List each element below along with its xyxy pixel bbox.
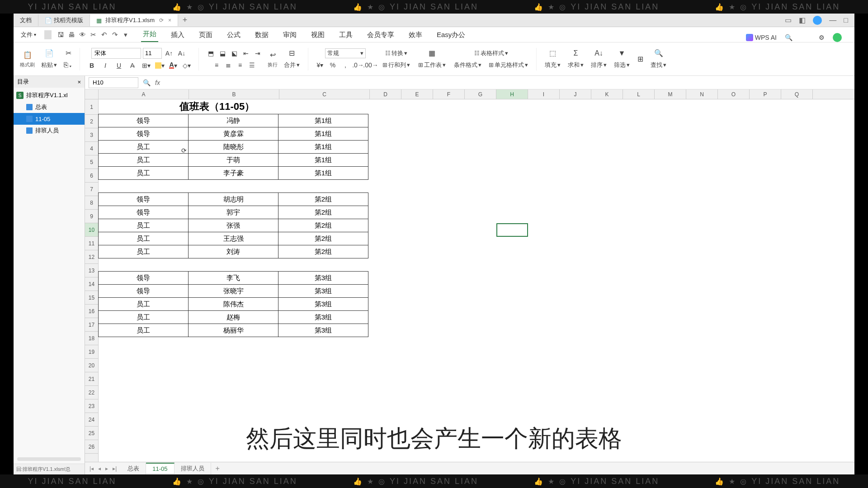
redo-icon[interactable]: ↷ <box>110 30 119 39</box>
cell[interactable]: 李飞 <box>188 271 278 285</box>
cell[interactable]: 员工 <box>98 324 189 337</box>
cond-format-dropdown[interactable]: 条件格式▾ <box>452 60 483 70</box>
cell[interactable]: 郭宇 <box>188 206 278 219</box>
col-header-A[interactable]: A <box>99 89 189 99</box>
tab-workbook[interactable]: ▦ 排班程序V1.1.xlsm ⟳ × <box>90 14 178 26</box>
row-header[interactable]: 20 <box>85 359 98 372</box>
percent-icon[interactable]: % <box>327 60 338 70</box>
tab-easy[interactable]: Easy办公 <box>435 28 467 42</box>
tab-efficiency[interactable]: 效率 <box>407 28 424 42</box>
row-header[interactable]: 3 <box>85 128 98 142</box>
cell[interactable]: 冯静 <box>188 114 278 127</box>
currency-icon[interactable]: ¥▾ <box>315 60 326 70</box>
wrap-icon[interactable]: ↩ <box>268 50 278 60</box>
col-header-P[interactable]: P <box>750 89 781 99</box>
table-style-dropdown[interactable]: ☷ 表格样式▾ <box>472 48 510 58</box>
cell[interactable] <box>278 179 368 193</box>
cell[interactable] <box>98 179 189 193</box>
cell[interactable]: 赵梅 <box>188 310 278 324</box>
col-header-B[interactable]: B <box>189 89 279 99</box>
font-color-button[interactable]: A▾ <box>168 61 179 70</box>
cell[interactable]: 李子豪 <box>188 166 278 180</box>
cell[interactable]: 领导 <box>98 114 189 127</box>
cell-format-dropdown[interactable]: ⊞ 单元格样式▾ <box>487 60 530 70</box>
col-header-H[interactable]: H <box>496 89 528 99</box>
cell[interactable]: 陈伟杰 <box>188 297 278 311</box>
cell[interactable]: 第3组 <box>278 271 368 285</box>
row-header[interactable]: 12 <box>85 250 98 264</box>
col-header-O[interactable]: O <box>718 89 750 99</box>
tree-sheet-1105[interactable]: 11-05 <box>14 113 85 125</box>
align-top-icon[interactable]: ⬒ <box>205 48 216 58</box>
cell[interactable]: 领导 <box>98 284 189 298</box>
cell[interactable]: 第1组 <box>278 166 368 180</box>
formula-input[interactable] <box>163 77 854 88</box>
row-header[interactable]: 10 <box>85 223 98 237</box>
align-right-icon[interactable]: ≡ <box>235 60 245 70</box>
wps-ai-button[interactable]: WPS AI <box>746 34 777 41</box>
file-menu-button[interactable]: 文件▾ <box>17 30 40 40</box>
row-header[interactable]: 14 <box>85 277 98 291</box>
font-name-select[interactable] <box>91 48 141 59</box>
cell[interactable] <box>188 179 278 193</box>
cell[interactable]: 员工 <box>98 140 189 154</box>
tree-sheet-total[interactable]: 总表 <box>14 101 85 113</box>
select-all-corner[interactable] <box>85 89 99 99</box>
cell[interactable]: 胡志明 <box>188 192 278 206</box>
horizontal-scrollbar[interactable] <box>228 466 851 471</box>
paste-icon[interactable]: 📋 <box>23 50 33 60</box>
tab-data[interactable]: 数据 <box>253 28 270 42</box>
dec-dec-icon[interactable]: .00→ <box>365 60 376 70</box>
cell[interactable]: 第1组 <box>278 114 368 127</box>
cell[interactable]: 张强 <box>188 219 278 232</box>
window-icon[interactable]: ▭ <box>785 16 792 24</box>
cell[interactable]: 第1组 <box>278 127 368 141</box>
panel-scrollbar[interactable] <box>17 457 81 461</box>
align-left-icon[interactable]: ≡ <box>211 60 222 70</box>
italic-button[interactable]: I <box>100 61 111 70</box>
dropdown-icon[interactable]: ▾ <box>121 30 130 39</box>
sheet-tab-total[interactable]: 总表 <box>121 463 146 474</box>
col-header-K[interactable]: K <box>591 89 623 99</box>
strike-button[interactable]: A̶ <box>127 61 138 70</box>
cell[interactable]: 第2组 <box>278 206 368 219</box>
indent-inc-icon[interactable]: ⇥ <box>252 48 263 58</box>
tab-review[interactable]: 审阅 <box>281 28 298 42</box>
underline-button[interactable]: U <box>113 61 124 70</box>
save-icon[interactable]: 🖫 <box>56 30 65 39</box>
clipboard-icon[interactable]: 📄 <box>44 48 54 58</box>
table-style-icon[interactable]: ▦ <box>427 48 437 58</box>
sheet-tab-staff[interactable]: 排班人员 <box>175 463 211 474</box>
cell[interactable]: 第2组 <box>278 192 368 206</box>
sort-icon[interactable]: A↓ <box>594 48 604 58</box>
cell[interactable]: 第2组 <box>278 232 368 245</box>
cell[interactable]: 领导 <box>98 206 189 219</box>
sum-dropdown[interactable]: 求和▾ <box>566 60 585 70</box>
indent-dec-icon[interactable]: ⇤ <box>241 48 251 58</box>
row-header[interactable]: 18 <box>85 332 98 345</box>
row-header[interactable]: 22 <box>85 386 98 399</box>
number-format-select[interactable]: 常规▾ <box>325 48 366 58</box>
cell[interactable] <box>278 258 368 272</box>
tab-member[interactable]: 会员专享 <box>365 28 396 42</box>
sheet-tab-1105[interactable]: 11-05 <box>146 463 174 474</box>
cell[interactable]: 员工 <box>98 166 189 180</box>
row-header[interactable]: 9 <box>85 210 98 223</box>
align-center-icon[interactable]: ≣ <box>223 60 234 70</box>
cell[interactable]: 员工 <box>98 310 189 324</box>
find-icon[interactable]: 🔍 <box>654 48 664 58</box>
maximize-icon[interactable]: □ <box>844 16 848 24</box>
tab-insert[interactable]: 插入 <box>169 28 186 42</box>
add-sheet-button[interactable]: + <box>211 465 224 473</box>
cell[interactable]: 员工 <box>98 245 189 258</box>
tab-template[interactable]: 📄 找稻壳模版 <box>38 14 90 26</box>
name-box[interactable] <box>89 77 138 88</box>
tab-home[interactable]: 开始 <box>141 27 158 42</box>
align-just-icon[interactable]: ☰ <box>246 60 257 70</box>
sum-icon[interactable]: Σ <box>571 48 581 58</box>
user-avatar[interactable] <box>813 16 822 25</box>
col-header-F[interactable]: F <box>433 89 465 99</box>
cell[interactable]: 于萌 <box>188 153 278 167</box>
decrease-font-icon[interactable]: A↓ <box>176 48 187 58</box>
tree-sheet-staff[interactable]: 排班人员 <box>14 125 85 136</box>
